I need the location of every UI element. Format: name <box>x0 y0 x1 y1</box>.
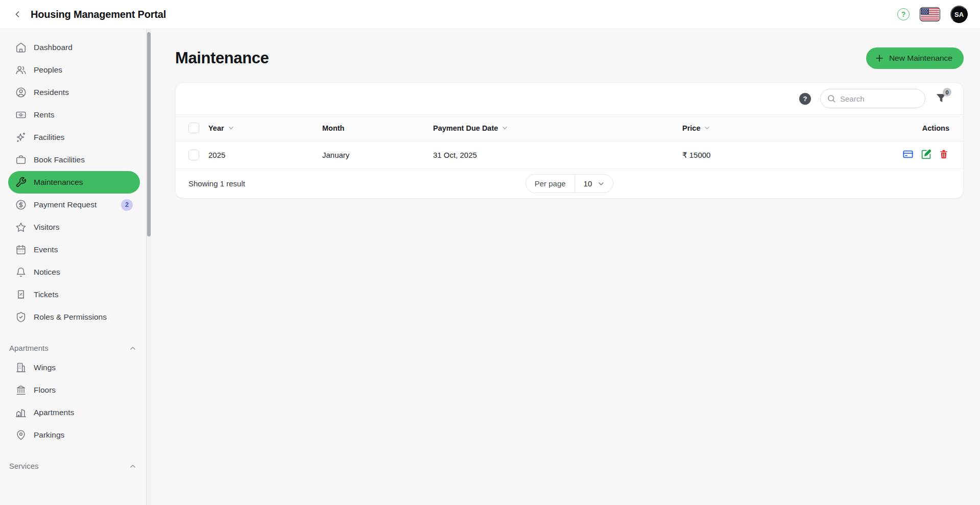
sidebar-item-payment-request[interactable]: Payment Request 2 <box>8 194 140 216</box>
plus-icon <box>874 53 885 63</box>
sidebar-item-notices[interactable]: Notices <box>8 261 140 283</box>
home-icon <box>15 42 27 53</box>
back-button[interactable] <box>10 7 25 21</box>
sidebar-item-wings[interactable]: Wings <box>8 356 140 379</box>
landmark-icon <box>15 384 27 396</box>
user-circle-icon <box>15 87 27 98</box>
section-label: Services <box>9 462 39 470</box>
per-page-value: 10 <box>584 179 592 188</box>
ticket-icon <box>15 289 27 300</box>
table-header-row: Year Month Payment Due Date Price Action… <box>176 115 963 141</box>
cell-price: ₹ 15000 <box>682 141 851 169</box>
sidebar-item-label: Parkings <box>34 430 64 440</box>
chevron-up-icon <box>129 462 137 470</box>
sidebar-item-label: Peoples <box>34 65 62 75</box>
sidebar-item-floors[interactable]: Floors <box>8 379 140 401</box>
header-actions: ? SA <box>897 6 968 23</box>
sidebar-item-residents[interactable]: Residents <box>8 81 140 104</box>
sidebar-item-label: Wings <box>34 363 56 372</box>
sidebar-item-label: Residents <box>34 88 69 97</box>
sidebar-item-label: Book Facilities <box>34 155 85 164</box>
help-icon[interactable]: ? <box>897 8 910 20</box>
sparkles-icon <box>15 132 27 143</box>
chevron-down-icon <box>597 180 605 188</box>
avatar[interactable]: SA <box>950 6 968 23</box>
sidebar-item-roles-permissions[interactable]: Roles & Permissions <box>8 306 140 328</box>
sidebar-item-label: Maintenances <box>34 178 83 187</box>
sort-chevron-icon <box>501 124 509 132</box>
sidebar-item-label: Notices <box>34 268 60 277</box>
sidebar-scrollbar <box>146 29 151 505</box>
app-header: Housing Management Portal ? <box>0 0 980 29</box>
sidebar-item-label: Events <box>34 245 58 254</box>
sort-chevron-icon <box>703 124 711 132</box>
sidebar-section-services[interactable]: Services <box>8 462 140 470</box>
sidebar-item-rents[interactable]: Rents <box>8 104 140 126</box>
table-help-icon[interactable]: ? <box>799 93 811 105</box>
page-title: Maintenance <box>175 49 269 67</box>
sidebar-item-label: Rents <box>34 110 55 119</box>
calendar-icon <box>15 244 27 255</box>
credit-card-icon <box>902 149 914 160</box>
search-icon <box>827 94 836 103</box>
select-all-checkbox[interactable] <box>188 123 199 133</box>
chevron-up-icon <box>129 344 137 352</box>
filter-count-badge: 0 <box>943 88 951 97</box>
search-wrap <box>820 89 925 108</box>
new-maintenance-label: New Maintenance <box>889 54 952 63</box>
column-header-payment-due-date[interactable]: Payment Due Date <box>433 124 509 132</box>
filter-button[interactable]: 0 <box>935 92 948 105</box>
table-footer: Showing 1 result Per page 10 <box>176 169 963 198</box>
new-maintenance-button[interactable]: New Maintenance <box>866 47 964 69</box>
sidebar-item-dashboard[interactable]: Dashboard <box>8 36 140 59</box>
sidebar-item-label: Payment Request <box>34 200 97 209</box>
sidebar-item-apartments[interactable]: Apartments <box>8 401 140 424</box>
trash-icon <box>939 149 949 159</box>
sidebar-item-visitors[interactable]: Visitors <box>8 216 140 238</box>
sidebar-item-label: Apartments <box>34 408 74 417</box>
section-label: Apartments <box>9 344 49 352</box>
column-header-month: Month <box>322 124 344 132</box>
results-count-text: Showing 1 result <box>188 179 245 188</box>
map-pin-icon <box>15 429 27 441</box>
table-row: 2025 January 31 Oct, 2025 ₹ 15000 <box>176 141 963 169</box>
table-toolbar: ? 0 <box>176 83 963 114</box>
language-flag-us-icon[interactable] <box>920 7 940 21</box>
briefcase-icon <box>15 154 27 165</box>
per-page-control: Per page 10 <box>525 174 614 193</box>
delete-button[interactable] <box>938 149 949 160</box>
sidebar-item-parkings[interactable]: Parkings <box>8 424 140 446</box>
cell-year: 2025 <box>208 141 322 169</box>
column-header-price[interactable]: Price <box>682 124 711 132</box>
star-icon <box>15 222 27 233</box>
sidebar-section-apartments[interactable]: Apartments <box>8 344 140 352</box>
sidebar-item-tickets[interactable]: Tickets <box>8 283 140 306</box>
sidebar-item-label: Floors <box>34 386 56 395</box>
shield-check-icon <box>15 311 27 323</box>
sidebar-item-label: Facilities <box>34 133 64 142</box>
per-page-select[interactable]: 10 <box>575 179 613 188</box>
column-header-year[interactable]: Year <box>208 124 235 132</box>
sidebar-item-facilities[interactable]: Facilities <box>8 126 140 149</box>
sidebar: Dashboard Peoples Residents Rents Facili… <box>0 29 151 505</box>
sidebar-item-events[interactable]: Events <box>8 238 140 261</box>
edit-icon <box>921 149 931 160</box>
row-checkbox[interactable] <box>188 150 199 160</box>
sidebar-scrollbar-thumb[interactable] <box>147 32 151 236</box>
row-actions <box>902 149 949 160</box>
sidebar-item-peoples[interactable]: Peoples <box>8 59 140 81</box>
dollar-circle-icon <box>15 199 27 210</box>
house-building-icon <box>15 407 27 418</box>
maintenance-table: Year Month Payment Due Date Price Action… <box>176 114 963 169</box>
sidebar-item-book-facilities[interactable]: Book Facilities <box>8 149 140 171</box>
banknote-icon <box>15 109 27 121</box>
wrench-icon <box>15 177 27 188</box>
payment-card-button[interactable] <box>902 149 914 160</box>
sort-chevron-icon <box>227 124 235 132</box>
edit-button[interactable] <box>920 149 931 160</box>
sidebar-item-label: Dashboard <box>34 43 73 52</box>
per-page-label: Per page <box>526 175 575 193</box>
users-icon <box>15 64 27 76</box>
sidebar-item-maintenances[interactable]: Maintenances <box>8 171 140 194</box>
sidebar-item-label: Tickets <box>34 290 59 299</box>
